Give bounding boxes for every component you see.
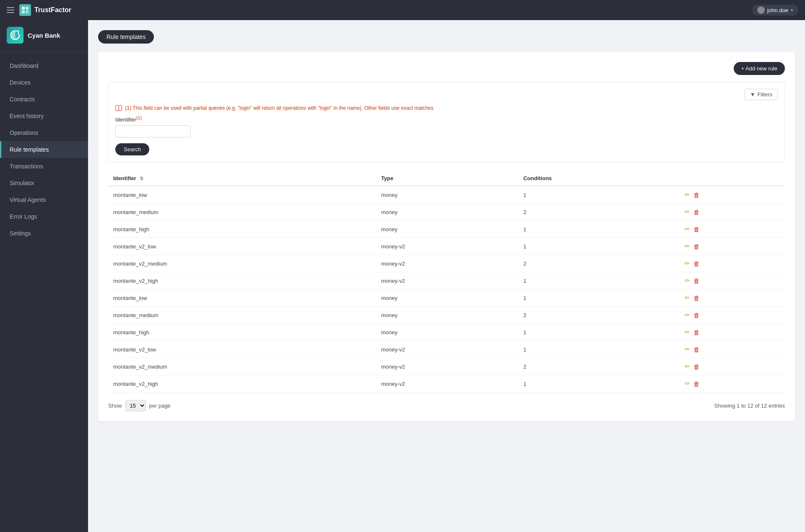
sidebar-item-event-history[interactable]: Event history (0, 108, 88, 124)
edit-button[interactable]: ✏ (685, 311, 690, 319)
table-row: montante_high money 1 ✏ 🗑 (108, 221, 785, 238)
cell-conditions: 1 (518, 289, 680, 307)
edit-button[interactable]: ✏ (685, 260, 690, 267)
table-row: montante_high money 1 ✏ 🗑 (108, 324, 785, 341)
cell-identifier: montante_low (108, 289, 376, 307)
edit-button[interactable]: ✏ (685, 380, 690, 387)
page-title: Rule templates (98, 30, 154, 44)
delete-button[interactable]: 🗑 (693, 209, 700, 216)
filter-hint-text: (1) This field can be used with partial … (125, 105, 433, 111)
edit-button[interactable]: ✏ (685, 363, 690, 370)
edit-button[interactable]: ✏ (685, 346, 690, 353)
sidebar-item-virtual-agents[interactable]: Virtual Agents (0, 191, 88, 208)
chevron-down-icon: ▾ (791, 8, 793, 13)
logo-icon (19, 4, 31, 16)
filter-section: ▼ Filters 1 (1) This field can be used w… (108, 82, 785, 163)
cell-actions: ✏ 🗑 (680, 307, 785, 324)
delete-button[interactable]: 🗑 (693, 191, 700, 199)
svg-rect-0 (22, 7, 25, 10)
cell-conditions: 1 (518, 238, 680, 255)
sidebar-item-dashboard[interactable]: Dashboard (0, 57, 88, 74)
cell-actions: ✏ 🗑 (680, 238, 785, 255)
sort-icon: ⇅ (140, 176, 143, 181)
sidebar-item-devices[interactable]: Devices (0, 74, 88, 91)
cell-identifier: montante_low (108, 186, 376, 204)
delete-button[interactable]: 🗑 (693, 277, 700, 284)
table-row: montante_v2_low money-v2 1 ✏ 🗑 (108, 341, 785, 358)
app-logo: TrustFactor (19, 4, 71, 16)
cell-conditions: 1 (518, 375, 680, 393)
edit-button[interactable]: ✏ (685, 208, 690, 216)
edit-button[interactable]: ✏ (685, 225, 690, 233)
user-menu[interactable]: john.doe ▾ (752, 5, 798, 15)
pagination-info: Showing 1 to 12 of 12 entries (714, 403, 785, 409)
cell-type: money-v2 (376, 341, 518, 358)
cell-actions: ✏ 🗑 (680, 186, 785, 204)
filters-button[interactable]: ▼ Filters (745, 89, 778, 100)
cell-identifier: montante_high (108, 221, 376, 238)
sidebar-item-error-logs[interactable]: Error Logs (0, 208, 88, 225)
cell-conditions: 2 (518, 307, 680, 324)
cell-identifier: montante_v2_high (108, 272, 376, 289)
col-identifier[interactable]: Identifier ⇅ (108, 171, 376, 186)
table-row: montante_v2_medium money-v2 2 ✏ 🗑 (108, 255, 785, 272)
cell-identifier: montante_v2_medium (108, 358, 376, 375)
table-footer: Show 15 25 50 per page Showing 1 to 12 o… (108, 400, 785, 411)
delete-button[interactable]: 🗑 (693, 243, 700, 250)
cell-actions: ✏ 🗑 (680, 204, 785, 221)
delete-button[interactable]: 🗑 (693, 363, 700, 370)
hamburger-menu[interactable] (7, 7, 14, 13)
table-row: montante_v2_high money-v2 1 ✏ 🗑 (108, 375, 785, 393)
search-button[interactable]: Search (115, 143, 149, 155)
main-content: Rule templates + Add new rule ▼ Filters … (88, 20, 805, 532)
app-name: TrustFactor (34, 6, 71, 14)
identifier-sup: (1) (136, 115, 142, 120)
sidebar-item-rule-templates[interactable]: Rule templates (0, 141, 88, 158)
topbar: TrustFactor john.doe ▾ (0, 0, 805, 20)
edit-button[interactable]: ✏ (685, 277, 690, 284)
cell-identifier: montante_v2_low (108, 341, 376, 358)
svg-rect-2 (22, 10, 25, 13)
delete-button[interactable]: 🗑 (693, 346, 700, 353)
delete-button[interactable]: 🗑 (693, 329, 700, 336)
delete-button[interactable]: 🗑 (693, 312, 700, 319)
cell-identifier: montante_v2_high (108, 375, 376, 393)
cell-actions: ✏ 🗑 (680, 358, 785, 375)
sidebar-item-transactions[interactable]: Transactions (0, 158, 88, 175)
cell-identifier: montante_v2_low (108, 238, 376, 255)
cell-actions: ✏ 🗑 (680, 324, 785, 341)
cell-actions: ✏ 🗑 (680, 221, 785, 238)
sidebar-item-simulator[interactable]: Simulator (0, 175, 88, 191)
cell-identifier: montante_medium (108, 204, 376, 221)
identifier-filter-label: Identifier(1) (115, 115, 778, 123)
filter-header: ▼ Filters (115, 89, 778, 100)
cell-actions: ✏ 🗑 (680, 255, 785, 272)
cell-identifier: montante_high (108, 324, 376, 341)
delete-button[interactable]: 🗑 (693, 380, 700, 387)
per-page-select[interactable]: 15 25 50 (125, 400, 146, 411)
edit-button[interactable]: ✏ (685, 294, 690, 302)
cell-identifier: montante_v2_medium (108, 255, 376, 272)
delete-button[interactable]: 🗑 (693, 294, 700, 302)
add-new-rule-button[interactable]: + Add new rule (734, 62, 785, 75)
content-card: + Add new rule ▼ Filters 1 (1) This fiel… (98, 52, 795, 421)
cell-type: money (376, 324, 518, 341)
sidebar-item-contracts[interactable]: Contracts (0, 91, 88, 108)
cell-conditions: 1 (518, 221, 680, 238)
sidebar-brand: Cyan Bank (0, 20, 88, 52)
cell-type: money-v2 (376, 272, 518, 289)
sidebar-item-operations[interactable]: Operations (0, 124, 88, 141)
sidebar-item-settings[interactable]: Settings (0, 225, 88, 242)
main-layout: Cyan Bank DashboardDevicesContractsEvent… (0, 20, 805, 532)
cell-type: money (376, 221, 518, 238)
sidebar: Cyan Bank DashboardDevicesContractsEvent… (0, 20, 88, 532)
identifier-input[interactable] (115, 125, 191, 137)
delete-button[interactable]: 🗑 (693, 260, 700, 267)
delete-button[interactable]: 🗑 (693, 226, 700, 233)
edit-button[interactable]: ✏ (685, 243, 690, 250)
cell-conditions: 1 (518, 324, 680, 341)
edit-button[interactable]: ✏ (685, 328, 690, 336)
cell-type: money-v2 (376, 358, 518, 375)
cell-actions: ✏ 🗑 (680, 341, 785, 358)
edit-button[interactable]: ✏ (685, 191, 690, 199)
